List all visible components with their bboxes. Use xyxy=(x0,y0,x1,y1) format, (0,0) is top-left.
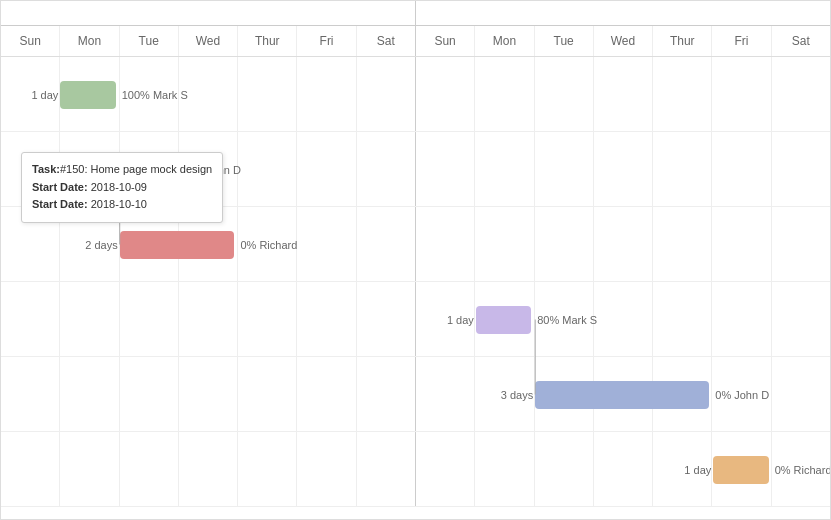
day-cell-10: Wed xyxy=(594,26,653,56)
gantt-body: 1 day100% Mark S2 days60% John D2 days0%… xyxy=(1,57,830,507)
day-cell-7: Sun xyxy=(416,26,475,56)
day-cell-6: Sat xyxy=(357,26,416,56)
week-header-2 xyxy=(416,1,830,25)
connector-line-1 xyxy=(120,170,179,245)
gantt-chart: SunMonTueWedThurFriSatSunMonTueWedThurFr… xyxy=(0,0,831,520)
day-cell-1: Mon xyxy=(60,26,119,56)
week-header-1 xyxy=(1,1,416,25)
day-cell-0: Sun xyxy=(1,26,60,56)
day-cell-12: Fri xyxy=(712,26,771,56)
day-cell-9: Tue xyxy=(535,26,594,56)
day-cell-4: Thur xyxy=(238,26,297,56)
week-headers xyxy=(1,1,830,26)
day-cell-8: Mon xyxy=(475,26,534,56)
day-cell-3: Wed xyxy=(179,26,238,56)
day-cell-11: Thur xyxy=(653,26,712,56)
day-cell-5: Fri xyxy=(297,26,356,56)
day-cell-2: Tue xyxy=(120,26,179,56)
day-cell-13: Sat xyxy=(772,26,830,56)
days-row: SunMonTueWedThurFriSatSunMonTueWedThurFr… xyxy=(1,26,830,57)
